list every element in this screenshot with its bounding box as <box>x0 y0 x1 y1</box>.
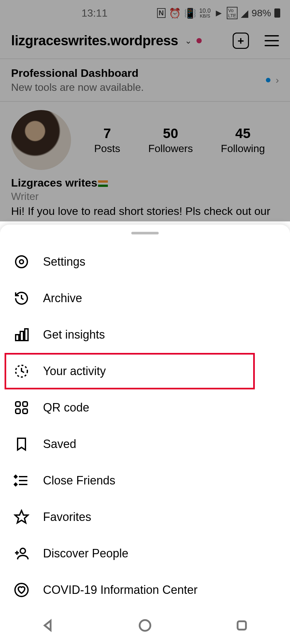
menu-label: Your activity <box>43 364 106 378</box>
status-time: 13:11 <box>81 7 108 19</box>
heart-circle-icon <box>13 581 30 598</box>
menu-archive[interactable]: Archive <box>0 280 290 316</box>
svg-rect-8 <box>16 409 20 413</box>
svg-rect-7 <box>23 402 27 406</box>
menu-label: Close Friends <box>43 474 115 487</box>
battery-icon <box>274 8 280 18</box>
svg-point-16 <box>20 548 25 553</box>
dashboard-subtitle: New tools are now available. <box>11 81 266 93</box>
dashboard-indicator-dot <box>266 78 270 82</box>
username-label[interactable]: lizgraceswrites.wordpress <box>11 33 178 49</box>
svg-rect-22 <box>238 621 246 630</box>
menu-label: Discover People <box>43 547 128 560</box>
system-nav-bar <box>0 608 290 644</box>
flag-india-icon <box>98 180 108 187</box>
volte-icon: VoLTE <box>227 7 238 19</box>
profile-stats-row: 7 Posts 50 Followers 45 Following <box>0 102 290 173</box>
profile-category: Writer <box>11 190 279 203</box>
menu-discover-people[interactable]: Discover People <box>0 535 290 572</box>
profile-header: lizgraceswrites.wordpress ⌄ + <box>0 26 290 59</box>
svg-point-21 <box>139 620 150 631</box>
menu-label: QR code <box>43 401 89 414</box>
status-bar: 13:11 N ⏰ 📳 10.0KB/S ► VoLTE ◢ 98% <box>0 0 290 26</box>
signal-icon: ◢ <box>241 7 248 19</box>
chevron-down-icon[interactable]: ⌄ <box>185 36 192 46</box>
close-friends-icon <box>13 472 30 489</box>
menu-saved[interactable]: Saved <box>0 426 290 462</box>
nav-back-button[interactable] <box>41 618 55 634</box>
insights-icon <box>13 326 30 343</box>
svg-marker-13 <box>14 475 17 478</box>
svg-rect-9 <box>23 409 27 413</box>
svg-rect-3 <box>20 331 23 341</box>
gear-icon <box>13 253 30 270</box>
stat-posts[interactable]: 7 Posts <box>94 126 120 155</box>
bookmark-icon <box>13 436 30 453</box>
netspeed: 10.0KB/S <box>199 8 211 18</box>
dashboard-title: Professional Dashboard <box>11 67 266 79</box>
menu-label: Get insights <box>43 328 105 342</box>
menu-label: Settings <box>43 255 85 269</box>
menu-close-friends[interactable]: Close Friends <box>0 462 290 499</box>
avatar[interactable] <box>11 110 71 170</box>
svg-marker-15 <box>15 511 28 523</box>
menu-label: Saved <box>43 437 76 451</box>
menu-button[interactable] <box>265 35 279 46</box>
display-name: Lizgraces writes <box>11 176 279 189</box>
svg-marker-14 <box>14 483 17 486</box>
svg-rect-6 <box>16 402 20 406</box>
bottom-sheet-menu: Settings Archive Get insights Your activ… <box>0 225 290 644</box>
vibrate-icon: 📳 <box>184 7 196 19</box>
svg-marker-20 <box>45 621 51 630</box>
wifi-icon: ► <box>214 7 224 19</box>
notification-dot <box>196 38 202 43</box>
svg-rect-2 <box>16 335 19 341</box>
menu-your-activity[interactable]: Your activity <box>5 353 255 389</box>
create-button[interactable]: + <box>233 33 249 49</box>
menu-insights[interactable]: Get insights <box>0 316 290 353</box>
menu-label: Archive <box>43 291 82 305</box>
stat-following[interactable]: 45 Following <box>221 126 265 155</box>
menu-covid-info[interactable]: COVID-19 Information Center <box>0 572 290 608</box>
svg-point-0 <box>16 256 27 268</box>
nfc-icon: N <box>157 8 166 18</box>
stat-followers[interactable]: 50 Followers <box>148 126 193 155</box>
discover-people-icon <box>13 545 30 562</box>
menu-label: Favorites <box>43 510 91 524</box>
status-icons: N ⏰ 📳 10.0KB/S ► VoLTE ◢ 98% <box>157 7 280 19</box>
nav-home-button[interactable] <box>138 618 152 634</box>
menu-qr-code[interactable]: QR code <box>0 389 290 426</box>
qr-icon <box>13 399 30 416</box>
nav-recent-button[interactable] <box>235 618 249 634</box>
professional-dashboard[interactable]: Professional Dashboard New tools are now… <box>0 59 290 102</box>
star-icon <box>13 509 30 525</box>
archive-icon <box>13 290 30 307</box>
bio-text: Hi! If you love to read short stories! P… <box>11 204 279 218</box>
battery-pct: 98% <box>252 7 271 19</box>
svg-point-1 <box>20 260 23 264</box>
drag-handle[interactable] <box>131 232 159 234</box>
svg-point-19 <box>15 583 28 596</box>
profile-bio: Lizgraces writes Writer Hi! If you love … <box>0 173 290 221</box>
alarm-icon: ⏰ <box>169 7 181 19</box>
menu-settings[interactable]: Settings <box>0 244 290 280</box>
chevron-right-icon: › <box>276 75 279 86</box>
activity-icon <box>13 363 30 380</box>
menu-favorites[interactable]: Favorites <box>0 499 290 535</box>
svg-rect-4 <box>25 329 28 341</box>
menu-label: COVID-19 Information Center <box>43 583 197 597</box>
